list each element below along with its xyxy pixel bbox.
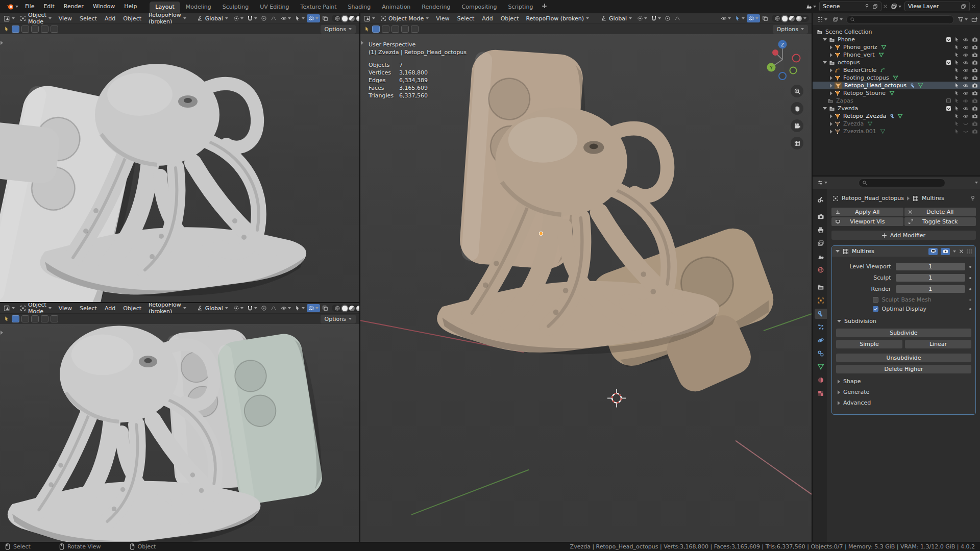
material-shading-icon[interactable] xyxy=(349,306,355,311)
axis-x-negative[interactable] xyxy=(793,55,800,62)
select-intersect-button[interactable] xyxy=(411,26,419,33)
editor-type-button[interactable] xyxy=(3,14,16,23)
tab-view-layer[interactable] xyxy=(815,238,827,248)
eye-icon[interactable] xyxy=(963,83,969,89)
eye-closed-icon[interactable] xyxy=(963,129,969,135)
tab-tool[interactable] xyxy=(815,194,827,205)
tab-object-data[interactable] xyxy=(815,362,827,372)
eye-icon[interactable] xyxy=(963,60,969,66)
pivot-dropdown[interactable] xyxy=(232,14,245,22)
expand-arrow-icon[interactable] xyxy=(830,53,832,57)
delete-all-button[interactable]: Delete All xyxy=(904,208,976,216)
eye-icon[interactable] xyxy=(963,52,969,58)
selectable-icon[interactable] xyxy=(954,60,960,65)
object-menu[interactable]: Object xyxy=(497,14,523,23)
wireframe-shading-icon[interactable] xyxy=(334,305,340,311)
retopoflow-menu[interactable]: RetopoFlow (broken) xyxy=(523,14,592,23)
editor-type-button[interactable] xyxy=(816,179,829,187)
add-menu[interactable]: Add xyxy=(478,14,496,23)
object-menu[interactable]: Object xyxy=(119,304,145,313)
outliner-row-zvezda-object[interactable]: Zvezda xyxy=(813,120,980,128)
camera-icon[interactable] xyxy=(972,113,978,119)
add-modifier-button[interactable]: Add Modifier xyxy=(831,231,976,240)
camera-icon[interactable] xyxy=(972,98,978,104)
modifier-extras-dropdown[interactable] xyxy=(953,251,956,253)
toolbar-expand-arrow[interactable] xyxy=(1,331,3,335)
workspace-tab-scripting[interactable]: Scripting xyxy=(502,2,538,13)
modifier-header[interactable]: Multires xyxy=(832,246,975,257)
animate-dot-icon[interactable] xyxy=(969,308,971,310)
solid-shading-icon[interactable] xyxy=(782,16,788,21)
eye-icon[interactable] xyxy=(963,75,969,81)
scene-3d-clay[interactable] xyxy=(360,34,812,542)
tab-object[interactable] xyxy=(815,295,827,306)
pin-icon[interactable] xyxy=(970,195,976,202)
pivot-dropdown[interactable] xyxy=(635,14,649,22)
navigation-gizmo[interactable]: Z Y xyxy=(761,38,804,82)
orientation-dropdown[interactable]: Global xyxy=(194,304,231,313)
editor-type-button[interactable] xyxy=(3,304,16,313)
snap-toggle[interactable] xyxy=(246,304,259,312)
collection-checkbox[interactable] xyxy=(946,98,951,103)
sculpt-base-mesh-checkbox[interactable] xyxy=(873,297,878,303)
selectable-icon[interactable] xyxy=(954,129,960,134)
camera-icon[interactable] xyxy=(972,75,978,81)
selectable-icon[interactable] xyxy=(954,121,960,127)
toolbar-expand-arrow[interactable] xyxy=(361,41,363,45)
animate-dot-icon[interactable] xyxy=(969,288,971,290)
render-level-field[interactable]: 1 xyxy=(896,285,965,293)
axis-x-positive[interactable] xyxy=(772,49,778,56)
breadcrumb-object[interactable]: Retopo_Head_octopus xyxy=(842,195,904,202)
selectable-icon[interactable] xyxy=(954,37,960,42)
camera-icon[interactable] xyxy=(972,106,978,112)
select-invert-button[interactable] xyxy=(41,26,48,33)
tab-output[interactable] xyxy=(815,225,827,235)
pin-icon[interactable] xyxy=(864,4,870,9)
rendered-shading-icon[interactable] xyxy=(356,16,359,21)
animate-dot-icon[interactable] xyxy=(969,266,971,268)
select-menu[interactable]: Select xyxy=(76,304,101,313)
select-subtract-button[interactable] xyxy=(391,26,399,33)
selectable-icon[interactable] xyxy=(954,90,960,96)
outliner-row-beziercircle[interactable]: BezierCircle xyxy=(813,66,980,74)
copy-icon[interactable] xyxy=(872,4,878,9)
menu-help[interactable]: Help xyxy=(119,2,141,11)
eye-icon[interactable] xyxy=(963,44,969,51)
modifier-viewport-toggle[interactable] xyxy=(928,248,938,255)
options-dropdown[interactable]: Options xyxy=(321,25,356,34)
camera-icon[interactable] xyxy=(972,83,978,89)
proportional-edit-toggle[interactable] xyxy=(663,14,672,22)
options-dropdown[interactable]: Options xyxy=(773,25,808,34)
outliner-row-phone-vert[interactable]: Phone_vert xyxy=(813,51,980,59)
eye-closed-icon[interactable] xyxy=(963,121,969,127)
shape-section[interactable]: Shape xyxy=(838,376,971,387)
collapse-arrow-icon[interactable] xyxy=(836,250,840,253)
outliner-row-retopo-head-octopus[interactable]: Retopo_Head_octopus xyxy=(813,82,980,89)
workspace-tab-texturepaint[interactable]: Texture Paint xyxy=(295,2,342,13)
material-shading-icon[interactable] xyxy=(789,16,795,21)
linear-button[interactable]: Linear xyxy=(905,340,971,348)
delete-higher-button[interactable]: Delete Higher xyxy=(836,365,971,373)
optimal-display-checkbox[interactable] xyxy=(873,306,878,312)
rendered-shading-icon[interactable] xyxy=(356,306,359,311)
chevron-down-icon[interactable] xyxy=(975,182,978,184)
tab-modifiers[interactable] xyxy=(815,309,827,319)
proportional-edit-toggle[interactable] xyxy=(259,14,268,22)
collection-checkbox[interactable] xyxy=(946,106,951,111)
visibility-dropdown[interactable] xyxy=(719,14,732,22)
visibility-dropdown[interactable] xyxy=(279,14,292,22)
snap-toggle[interactable] xyxy=(649,14,663,22)
workspace-tab-rendering[interactable]: Rendering xyxy=(416,2,456,13)
copy-icon[interactable] xyxy=(961,4,966,9)
expand-arrow-icon[interactable] xyxy=(823,107,827,110)
tab-physics[interactable] xyxy=(815,335,827,345)
expand-arrow-icon[interactable] xyxy=(830,84,832,88)
select-subtract-button[interactable] xyxy=(31,26,39,33)
sculpt-level-field[interactable]: 1 xyxy=(896,274,965,282)
solid-shading-icon[interactable] xyxy=(342,306,348,311)
xray-toggle[interactable] xyxy=(761,14,770,22)
view-menu[interactable]: View xyxy=(432,14,453,23)
eye-icon[interactable] xyxy=(963,90,969,96)
workspace-tab-shading[interactable]: Shading xyxy=(342,2,377,13)
remove-view-layer-button[interactable] xyxy=(971,4,976,9)
